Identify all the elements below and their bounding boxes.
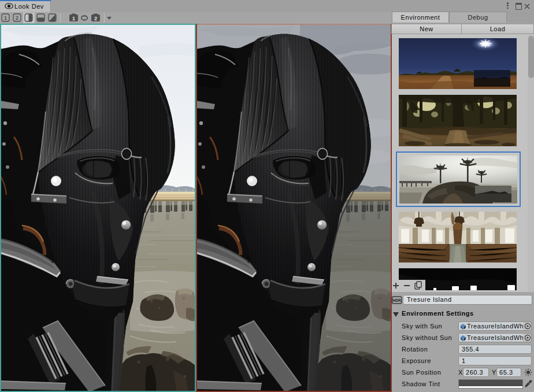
svg-text:1: 1 [72, 16, 75, 21]
svg-text:2: 2 [94, 16, 97, 21]
svg-text:2: 2 [16, 14, 18, 21]
svg-text:HDR: HDR [393, 298, 401, 302]
svg-text:1: 1 [4, 14, 7, 21]
